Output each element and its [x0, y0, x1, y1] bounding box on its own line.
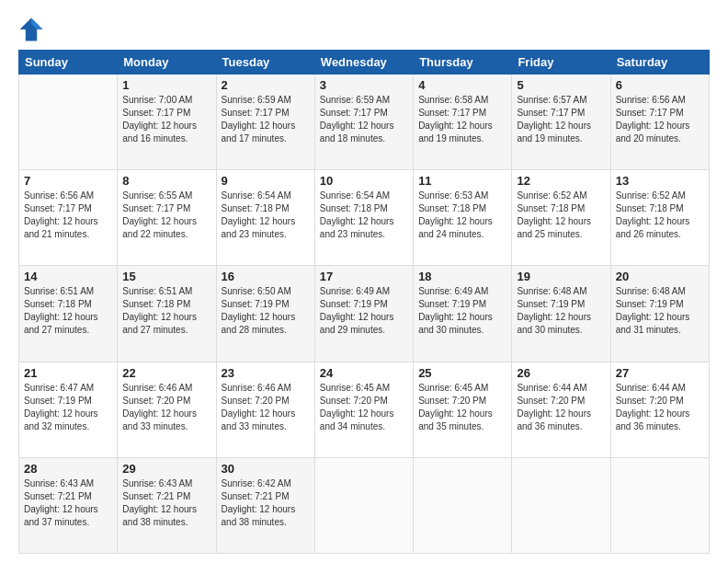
day-cell: 25Sunrise: 6:45 AMSunset: 7:20 PMDayligh… [414, 362, 512, 457]
day-cell: 19Sunrise: 6:48 AMSunset: 7:19 PMDayligh… [512, 266, 610, 362]
day-number: 14 [24, 270, 112, 283]
col-header-saturday: Saturday [610, 51, 709, 75]
day-number: 7 [24, 174, 112, 188]
col-header-sunday: Sunday [19, 51, 118, 75]
day-info: Sunrise: 6:48 AMSunset: 7:19 PMDaylight:… [616, 285, 704, 337]
day-number: 18 [418, 270, 506, 283]
logo [18, 17, 48, 42]
day-info: Sunrise: 6:54 AMSunset: 7:18 PMDaylight:… [222, 190, 310, 241]
day-info: Sunrise: 6:45 AMSunset: 7:20 PMDaylight:… [418, 382, 506, 433]
day-cell: 27Sunrise: 6:44 AMSunset: 7:20 PMDayligh… [610, 362, 709, 457]
day-cell: 16Sunrise: 6:50 AMSunset: 7:19 PMDayligh… [216, 266, 314, 362]
day-cell: 2Sunrise: 6:59 AMSunset: 7:17 PMDaylight… [216, 75, 314, 170]
day-number: 13 [616, 174, 704, 188]
day-info: Sunrise: 6:45 AMSunset: 7:20 PMDaylight:… [320, 382, 408, 433]
day-info: Sunrise: 6:50 AMSunset: 7:19 PMDaylight:… [222, 285, 310, 337]
day-cell: 1Sunrise: 7:00 AMSunset: 7:17 PMDaylight… [118, 75, 216, 170]
day-cell: 4Sunrise: 6:58 AMSunset: 7:17 PMDaylight… [414, 75, 512, 170]
day-info: Sunrise: 6:56 AMSunset: 7:17 PMDaylight:… [24, 190, 112, 241]
header [18, 17, 710, 42]
day-cell: 7Sunrise: 6:56 AMSunset: 7:17 PMDaylight… [19, 170, 118, 266]
day-cell: 5Sunrise: 6:57 AMSunset: 7:17 PMDaylight… [512, 75, 610, 170]
day-cell: 30Sunrise: 6:42 AMSunset: 7:21 PMDayligh… [216, 457, 314, 553]
week-row-4: 21Sunrise: 6:47 AMSunset: 7:19 PMDayligh… [19, 362, 710, 457]
day-number: 23 [222, 366, 310, 380]
day-cell: 18Sunrise: 6:49 AMSunset: 7:19 PMDayligh… [414, 266, 512, 362]
day-cell [610, 457, 709, 553]
day-number: 9 [222, 174, 310, 188]
day-number: 1 [122, 78, 210, 92]
day-number: 27 [616, 366, 704, 380]
day-info: Sunrise: 6:59 AMSunset: 7:17 PMDaylight:… [320, 94, 408, 145]
day-info: Sunrise: 6:44 AMSunset: 7:20 PMDaylight:… [616, 382, 704, 433]
day-number: 6 [616, 78, 704, 92]
day-cell: 8Sunrise: 6:55 AMSunset: 7:17 PMDaylight… [118, 170, 216, 266]
day-cell: 13Sunrise: 6:52 AMSunset: 7:18 PMDayligh… [610, 170, 709, 266]
day-cell: 23Sunrise: 6:46 AMSunset: 7:20 PMDayligh… [216, 362, 314, 457]
day-info: Sunrise: 6:53 AMSunset: 7:18 PMDaylight:… [418, 190, 506, 241]
day-info: Sunrise: 6:49 AMSunset: 7:19 PMDaylight:… [320, 285, 408, 337]
day-info: Sunrise: 6:43 AMSunset: 7:21 PMDaylight:… [24, 477, 112, 529]
day-number: 10 [320, 174, 408, 188]
week-row-3: 14Sunrise: 6:51 AMSunset: 7:18 PMDayligh… [19, 266, 710, 362]
day-number: 22 [122, 366, 210, 380]
week-row-5: 28Sunrise: 6:43 AMSunset: 7:21 PMDayligh… [19, 457, 710, 553]
col-header-tuesday: Tuesday [216, 51, 314, 75]
day-number: 28 [24, 462, 112, 476]
day-info: Sunrise: 6:51 AMSunset: 7:18 PMDaylight:… [24, 285, 112, 337]
day-info: Sunrise: 7:00 AMSunset: 7:17 PMDaylight:… [122, 94, 210, 145]
day-info: Sunrise: 6:59 AMSunset: 7:17 PMDaylight:… [222, 94, 310, 145]
day-number: 15 [122, 270, 210, 283]
day-info: Sunrise: 6:51 AMSunset: 7:18 PMDaylight:… [122, 285, 210, 337]
day-cell: 21Sunrise: 6:47 AMSunset: 7:19 PMDayligh… [19, 362, 118, 457]
day-info: Sunrise: 6:42 AMSunset: 7:21 PMDaylight:… [222, 477, 310, 529]
day-number: 16 [222, 270, 310, 283]
day-cell: 12Sunrise: 6:52 AMSunset: 7:18 PMDayligh… [512, 170, 610, 266]
day-cell [314, 457, 413, 553]
day-info: Sunrise: 6:52 AMSunset: 7:18 PMDaylight:… [616, 190, 704, 241]
col-header-friday: Friday [512, 51, 610, 75]
day-number: 12 [517, 174, 605, 188]
day-cell [19, 75, 118, 170]
day-cell: 10Sunrise: 6:54 AMSunset: 7:18 PMDayligh… [314, 170, 413, 266]
day-info: Sunrise: 6:46 AMSunset: 7:20 PMDaylight:… [122, 382, 210, 433]
day-number: 21 [24, 366, 112, 380]
day-info: Sunrise: 6:49 AMSunset: 7:19 PMDaylight:… [418, 285, 506, 337]
day-cell: 26Sunrise: 6:44 AMSunset: 7:20 PMDayligh… [512, 362, 610, 457]
day-info: Sunrise: 6:46 AMSunset: 7:20 PMDaylight:… [222, 382, 310, 433]
day-info: Sunrise: 6:54 AMSunset: 7:18 PMDaylight:… [320, 190, 408, 241]
col-header-wednesday: Wednesday [314, 51, 413, 75]
day-info: Sunrise: 6:52 AMSunset: 7:18 PMDaylight:… [517, 190, 605, 241]
day-info: Sunrise: 6:55 AMSunset: 7:17 PMDaylight:… [122, 190, 210, 241]
day-info: Sunrise: 6:47 AMSunset: 7:19 PMDaylight:… [24, 382, 112, 433]
day-number: 8 [122, 174, 210, 188]
day-number: 20 [616, 270, 704, 283]
day-cell [512, 457, 610, 553]
day-number: 30 [222, 462, 310, 476]
day-info: Sunrise: 6:43 AMSunset: 7:21 PMDaylight:… [122, 477, 210, 529]
calendar-table: SundayMondayTuesdayWednesdayThursdayFrid… [18, 50, 710, 554]
day-cell: 15Sunrise: 6:51 AMSunset: 7:18 PMDayligh… [118, 266, 216, 362]
logo-icon [18, 17, 44, 42]
day-cell: 29Sunrise: 6:43 AMSunset: 7:21 PMDayligh… [118, 457, 216, 553]
day-number: 24 [320, 366, 408, 380]
col-header-monday: Monday [118, 51, 216, 75]
day-cell: 20Sunrise: 6:48 AMSunset: 7:19 PMDayligh… [610, 266, 709, 362]
header-row: SundayMondayTuesdayWednesdayThursdayFrid… [19, 51, 710, 75]
day-number: 2 [222, 78, 310, 92]
day-cell: 11Sunrise: 6:53 AMSunset: 7:18 PMDayligh… [414, 170, 512, 266]
day-info: Sunrise: 6:56 AMSunset: 7:17 PMDaylight:… [616, 94, 704, 145]
day-cell: 24Sunrise: 6:45 AMSunset: 7:20 PMDayligh… [314, 362, 413, 457]
day-cell: 14Sunrise: 6:51 AMSunset: 7:18 PMDayligh… [19, 266, 118, 362]
day-info: Sunrise: 6:48 AMSunset: 7:19 PMDaylight:… [517, 285, 605, 337]
day-number: 29 [122, 462, 210, 476]
day-info: Sunrise: 6:57 AMSunset: 7:17 PMDaylight:… [517, 94, 605, 145]
day-info: Sunrise: 6:58 AMSunset: 7:17 PMDaylight:… [418, 94, 506, 145]
day-cell: 9Sunrise: 6:54 AMSunset: 7:18 PMDaylight… [216, 170, 314, 266]
day-info: Sunrise: 6:44 AMSunset: 7:20 PMDaylight:… [517, 382, 605, 433]
day-cell: 17Sunrise: 6:49 AMSunset: 7:19 PMDayligh… [314, 266, 413, 362]
col-header-thursday: Thursday [414, 51, 512, 75]
day-number: 4 [418, 78, 506, 92]
day-number: 17 [320, 270, 408, 283]
day-number: 5 [517, 78, 605, 92]
